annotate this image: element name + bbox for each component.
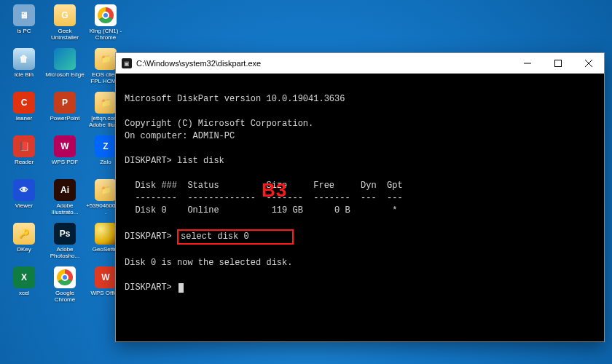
desktop-icon-label: Zalo xyxy=(100,159,111,165)
wps-office-icon: W xyxy=(95,266,117,288)
desktop-icon-label: Reader xyxy=(15,159,34,165)
desktop-icon-label: icle Bin xyxy=(15,71,34,78)
minimize-button[interactable] xyxy=(512,53,543,74)
zalo-icon: Z xyxy=(95,135,117,157)
desktop-icon-king-chrome[interactable]: King (CN1) - Chrome xyxy=(86,4,125,48)
adobe-illustrator-icon: Ai xyxy=(54,179,76,201)
desktop-icon-adobe-photoshop[interactable]: PsAdobe Photosho... xyxy=(45,223,85,266)
google-chrome-icon xyxy=(54,266,76,288)
desktop-icon-dkey[interactable]: 🔑DKey xyxy=(4,223,44,266)
king-chrome-icon xyxy=(95,4,117,26)
desktop-icon-this-pc[interactable]: 🖥is PC xyxy=(4,4,44,48)
viewer-icon: 👁 xyxy=(13,179,35,201)
desktop-icon-label: is PC xyxy=(17,28,31,34)
step-annotation: B3 xyxy=(262,184,287,197)
dkey-icon: 🔑 xyxy=(13,223,35,245)
desktop-icon-excel[interactable]: Xxcel xyxy=(4,266,44,310)
diskpart-window: ▣ C:\Windows\system32\diskpart.exe Micro… xyxy=(115,52,605,342)
terminal-output[interactable]: Microsoft DiskPart version 10.0.19041.36… xyxy=(116,74,604,341)
window-titlebar[interactable]: ▣ C:\Windows\system32\diskpart.exe xyxy=(116,53,604,74)
eos-client-icon: 📁 xyxy=(95,48,117,70)
desktop-icon-label: PowerPoint xyxy=(50,115,80,122)
desktop-icon-label: Microsoft Edge xyxy=(45,71,84,78)
svg-rect-0 xyxy=(555,60,562,67)
titlebar-left: ▣ C:\Windows\system32\diskpart.exe xyxy=(122,58,261,68)
term-line: DISKPART> list disk xyxy=(125,156,224,166)
desktop-icon-label: xcel xyxy=(19,290,29,296)
phone-number-icon: 📁 xyxy=(95,179,117,201)
term-line: Disk 0 is now the selected disk. xyxy=(125,258,292,268)
desktop-icon-label: King (CN1) - Chrome xyxy=(86,28,125,41)
desktop-icon-label: Geek Uninstaller xyxy=(45,28,85,41)
adobe-illus-folder-icon: 📁 xyxy=(95,92,117,114)
adobe-photoshop-icon: Ps xyxy=(54,223,76,245)
maximize-button[interactable] xyxy=(543,53,573,74)
desktop-icon-geek-uninstaller[interactable]: GGeek Uninstaller xyxy=(45,4,85,48)
desktop-icon-label: Google Chrome xyxy=(45,290,85,303)
terminal-cursor xyxy=(178,283,184,293)
desktop-icon-label: Viewer xyxy=(15,202,33,209)
ms-edge-icon xyxy=(54,48,76,70)
desktop-icon-google-chrome[interactable]: Google Chrome xyxy=(45,266,85,310)
term-line: Disk 0 Online 119 GB 0 B * xyxy=(125,205,397,215)
desktop-icon-viewer[interactable]: 👁Viewer xyxy=(4,179,44,223)
window-controls xyxy=(512,53,604,74)
desktop-icon-ccleaner[interactable]: Cleaner xyxy=(4,92,44,135)
this-pc-icon: 🖥 xyxy=(13,4,35,26)
term-line: Copyright (C) Microsoft Corporation. xyxy=(125,119,313,129)
highlighted-command: select disk 0 xyxy=(177,229,294,245)
desktop-icon-label: DKey xyxy=(17,246,31,253)
window-title: C:\Windows\system32\diskpart.exe xyxy=(136,59,261,68)
reader-icon: 📕 xyxy=(13,135,35,157)
wps-pdf-icon: W xyxy=(54,135,76,157)
desktop-icon-reader[interactable]: 📕Reader xyxy=(4,135,44,179)
desktop-icon-label: Adobe Illustrato... xyxy=(45,202,85,215)
desktop-icon-label: leaner xyxy=(16,115,32,122)
desktop-icon-label: WPS PDF xyxy=(52,159,78,165)
desktop-icon-powerpoint[interactable]: PPowerPoint xyxy=(45,92,85,135)
term-prompt: DISKPART> xyxy=(125,232,177,242)
desktop-icon-grid: 🖥is PCGGeek UninstallerKing (CN1) - Chro… xyxy=(4,4,125,310)
desktop-icon-wps-pdf[interactable]: WWPS PDF xyxy=(45,135,85,179)
desktop-icon-ms-edge[interactable]: Microsoft Edge xyxy=(45,48,85,92)
geosetter-icon xyxy=(95,223,117,245)
desktop-icon-adobe-illustrator[interactable]: AiAdobe Illustrato... xyxy=(45,179,85,223)
terminal-icon: ▣ xyxy=(122,58,132,68)
ccleaner-icon: C xyxy=(13,92,35,114)
term-prompt: DISKPART> xyxy=(125,282,177,293)
term-line: On computer: ADMIN-PC xyxy=(125,131,235,141)
recycle-bin-icon: 🗑 xyxy=(13,48,35,70)
desktop: 🖥is PCGGeek UninstallerKing (CN1) - Chro… xyxy=(0,0,612,364)
geek-uninstaller-icon: G xyxy=(54,4,76,26)
desktop-icon-recycle-bin[interactable]: 🗑icle Bin xyxy=(4,48,44,92)
term-line: Microsoft DiskPart version 10.0.19041.36… xyxy=(125,94,345,104)
desktop-icon-label: Adobe Photosho... xyxy=(45,246,85,259)
excel-icon: X xyxy=(13,266,35,288)
powerpoint-icon: P xyxy=(54,92,76,114)
close-button[interactable] xyxy=(573,53,604,74)
